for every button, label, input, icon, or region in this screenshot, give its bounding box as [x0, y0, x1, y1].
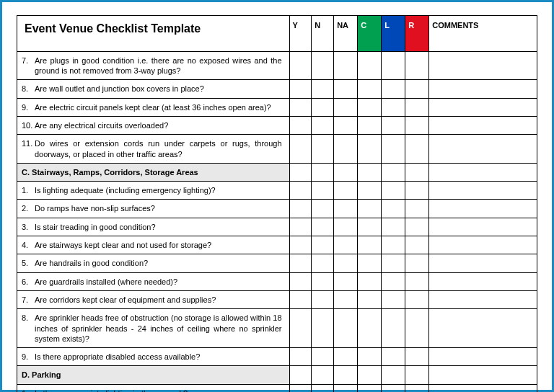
cell-c[interactable] [358, 236, 382, 254]
cell-n[interactable] [312, 98, 334, 116]
cell-n[interactable] [312, 309, 334, 348]
cell-na[interactable] [334, 200, 358, 218]
cell-l[interactable] [382, 218, 405, 236]
cell-na[interactable] [334, 116, 358, 134]
cell-n[interactable] [312, 272, 334, 290]
cell-l[interactable] [382, 309, 405, 348]
cell-y[interactable] [289, 309, 312, 348]
cell-l[interactable] [382, 236, 405, 254]
cell-c[interactable] [358, 51, 382, 80]
cell-c[interactable] [358, 116, 382, 134]
cell-y[interactable] [289, 254, 312, 272]
cell-comments[interactable] [429, 98, 537, 116]
cell-l[interactable] [382, 98, 405, 116]
cell-y[interactable] [289, 348, 312, 366]
cell-comments[interactable] [429, 384, 537, 392]
cell-l[interactable] [382, 348, 405, 366]
cell-y[interactable] [289, 116, 312, 134]
cell-c[interactable] [358, 135, 382, 164]
cell-n[interactable] [312, 116, 334, 134]
cell-c[interactable] [358, 384, 382, 392]
cell-n[interactable] [312, 182, 334, 200]
cell-y[interactable] [289, 98, 312, 116]
cell-n[interactable] [312, 51, 334, 80]
cell-na[interactable] [334, 384, 358, 392]
cell-n[interactable] [312, 348, 334, 366]
cell-n[interactable] [312, 236, 334, 254]
cell-c[interactable] [358, 309, 382, 348]
cell-l[interactable] [382, 272, 405, 290]
cell-r[interactable] [405, 80, 429, 98]
cell-na[interactable] [334, 80, 358, 98]
cell-l[interactable] [382, 254, 405, 272]
cell-r[interactable] [405, 116, 429, 134]
cell-c[interactable] [358, 272, 382, 290]
cell-l[interactable] [382, 116, 405, 134]
cell-comments[interactable] [429, 135, 537, 164]
cell-r[interactable] [405, 98, 429, 116]
cell-r[interactable] [405, 236, 429, 254]
cell-comments[interactable] [429, 309, 537, 348]
cell-l[interactable] [382, 290, 405, 308]
cell-na[interactable] [334, 272, 358, 290]
cell-na[interactable] [334, 218, 358, 236]
cell-y[interactable] [289, 200, 312, 218]
cell-comments[interactable] [429, 116, 537, 134]
cell-y[interactable] [289, 80, 312, 98]
cell-na[interactable] [334, 290, 358, 308]
cell-y[interactable] [289, 182, 312, 200]
cell-c[interactable] [358, 218, 382, 236]
cell-r[interactable] [405, 200, 429, 218]
cell-c[interactable] [358, 200, 382, 218]
cell-l[interactable] [382, 80, 405, 98]
cell-r[interactable] [405, 218, 429, 236]
cell-comments[interactable] [429, 290, 537, 308]
cell-r[interactable] [405, 348, 429, 366]
cell-comments[interactable] [429, 272, 537, 290]
cell-na[interactable] [334, 236, 358, 254]
cell-y[interactable] [289, 290, 312, 308]
cell-r[interactable] [405, 290, 429, 308]
cell-c[interactable] [358, 254, 382, 272]
cell-na[interactable] [334, 98, 358, 116]
cell-na[interactable] [334, 254, 358, 272]
cell-l[interactable] [382, 200, 405, 218]
cell-l[interactable] [382, 182, 405, 200]
cell-r[interactable] [405, 51, 429, 80]
cell-na[interactable] [334, 51, 358, 80]
cell-y[interactable] [289, 236, 312, 254]
cell-l[interactable] [382, 135, 405, 164]
cell-comments[interactable] [429, 80, 537, 98]
cell-n[interactable] [312, 218, 334, 236]
cell-n[interactable] [312, 135, 334, 164]
cell-n[interactable] [312, 80, 334, 98]
cell-l[interactable] [382, 51, 405, 80]
cell-na[interactable] [334, 348, 358, 366]
cell-y[interactable] [289, 135, 312, 164]
cell-n[interactable] [312, 200, 334, 218]
cell-r[interactable] [405, 182, 429, 200]
cell-c[interactable] [358, 80, 382, 98]
cell-comments[interactable] [429, 348, 537, 366]
cell-c[interactable] [358, 348, 382, 366]
cell-y[interactable] [289, 218, 312, 236]
cell-r[interactable] [405, 272, 429, 290]
cell-r[interactable] [405, 254, 429, 272]
cell-comments[interactable] [429, 218, 537, 236]
cell-na[interactable] [334, 135, 358, 164]
cell-na[interactable] [334, 309, 358, 348]
cell-y[interactable] [289, 51, 312, 80]
cell-n[interactable] [312, 290, 334, 308]
cell-comments[interactable] [429, 236, 537, 254]
cell-n[interactable] [312, 254, 334, 272]
cell-n[interactable] [312, 384, 334, 392]
cell-comments[interactable] [429, 254, 537, 272]
cell-y[interactable] [289, 384, 312, 392]
cell-r[interactable] [405, 384, 429, 392]
cell-c[interactable] [358, 182, 382, 200]
cell-l[interactable] [382, 384, 405, 392]
cell-c[interactable] [358, 98, 382, 116]
cell-comments[interactable] [429, 200, 537, 218]
cell-comments[interactable] [429, 182, 537, 200]
cell-r[interactable] [405, 309, 429, 348]
